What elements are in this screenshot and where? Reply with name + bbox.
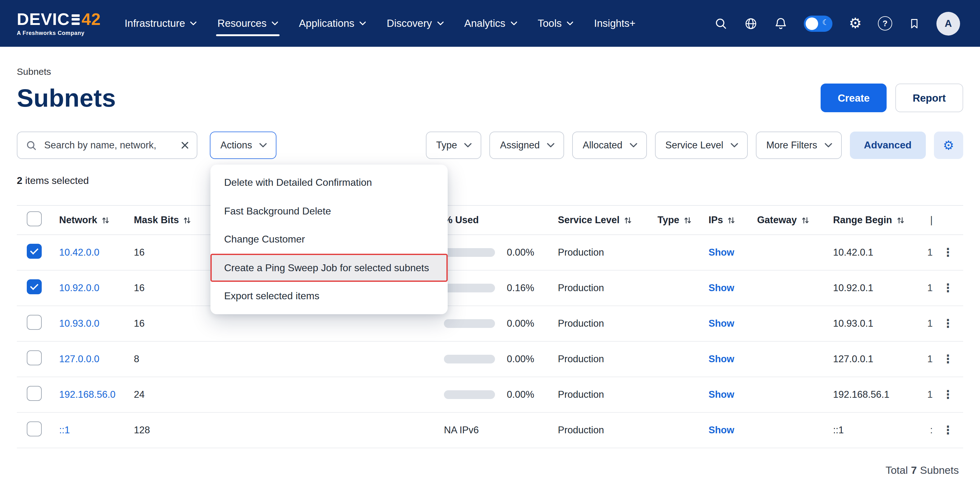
row-checkbox[interactable] [27,422,42,436]
range-begin-value: 127.0.0.1 [822,353,909,365]
assigned-filter-dropdown[interactable]: Assigned [489,131,564,159]
row-menu-kebab[interactable]: ⋮ [937,350,959,367]
usage-bar [444,319,495,328]
column-header-range-begin[interactable]: Range Begin [822,214,909,226]
row-checkbox[interactable] [27,350,42,365]
avatar-initial: A [945,18,952,29]
avatar[interactable]: A [936,11,960,35]
table-row: 127.0.0.0 8 0.00% Production Show 127.0.… [17,342,963,377]
nav-item-infrastructure[interactable]: Infrastructure [124,0,197,47]
page-header: Subnets Create Report [17,83,963,113]
network-link[interactable]: 10.93.0.0 [59,318,99,329]
row-menu-kebab[interactable]: ⋮ [937,279,959,296]
service-level-value: Production [553,389,652,400]
search-box[interactable] [17,131,197,159]
row-checkbox[interactable] [27,386,42,401]
chevron-down-icon [272,21,278,26]
breadcrumb[interactable]: Subnets [17,66,963,77]
row-menu-kebab[interactable]: ⋮ [937,421,959,439]
nav-item-analytics[interactable]: Analytics [464,0,517,47]
network-link[interactable]: ::1 [59,425,70,435]
nav-item-insights[interactable]: Insights+ [594,0,635,47]
chevron-down-icon [629,143,637,148]
used-na-label: NA IPv6 [444,425,479,436]
moon-icon: ☾ [822,18,829,26]
cropped-value: : [909,425,933,436]
select-all-checkbox[interactable] [27,211,42,226]
network-link[interactable]: 192.168.56.0 [59,389,116,399]
help-icon[interactable]: ? [878,16,892,30]
selection-suffix: items selected [22,175,89,186]
table-settings-button[interactable]: ⚙ [934,131,963,159]
theme-toggle[interactable]: ☾ [804,15,833,32]
column-header-type[interactable]: Type [652,214,708,226]
column-header-gateway[interactable]: Gateway [752,214,822,226]
report-button[interactable]: Report [895,83,963,112]
table-row: 192.168.56.0 24 0.00% Production Show 19… [17,377,963,413]
row-checkbox[interactable] [27,315,42,330]
more-filters-dropdown[interactable]: More Filters [756,131,842,159]
menu-item-export-selected[interactable]: Export selected items [210,282,448,310]
logo-text-42: 42 [81,11,101,28]
nav-label: Infrastructure [124,18,185,29]
nav-item-resources[interactable]: Resources [218,0,278,47]
table-row: 10.93.0.0 16 0.00% Production Show 10.93… [17,306,963,342]
service-level-filter-dropdown[interactable]: Service Level [655,131,748,159]
type-filter-dropdown[interactable]: Type [426,131,481,159]
used-percent: 0.00% [507,247,553,258]
ips-show-link[interactable]: Show [708,389,734,399]
network-link[interactable]: 10.42.0.0 [59,247,99,257]
nav-item-tools[interactable]: Tools [538,0,573,47]
row-checkbox[interactable] [27,279,42,294]
service-level-value: Production [553,283,652,294]
row-menu-kebab[interactable]: ⋮ [937,243,959,261]
main-nav: Infrastructure Resources Applications Di… [124,0,635,47]
search-icon[interactable] [714,16,728,30]
ips-show-link[interactable]: Show [708,283,734,293]
chevron-down-icon [547,143,555,148]
menu-item-delete-with-confirmation[interactable]: Delete with Detailed Confirmation [210,168,448,197]
gear-icon: ⚙ [943,139,954,152]
ips-show-link[interactable]: Show [708,353,734,364]
row-menu-kebab[interactable]: ⋮ [937,386,959,403]
bookmark-icon[interactable] [908,16,920,30]
advanced-button[interactable]: Advanced [850,131,926,159]
column-header-ips[interactable]: IPs [708,214,752,226]
sort-icon [896,216,904,224]
ips-show-link[interactable]: Show [708,425,734,435]
menu-item-create-ping-sweep-job[interactable]: Create a Ping Sweep Job for selected sub… [210,254,448,282]
bell-icon[interactable] [774,16,788,30]
column-header-used[interactable]: % Used [444,214,553,226]
usage-bar [444,355,495,363]
network-link[interactable]: 10.92.0.0 [59,283,99,293]
table-row: ::1 128 NA IPv6 Production Show ::1 : ⋮ [17,413,963,448]
allocated-filter-dropdown[interactable]: Allocated [572,131,647,159]
actions-dropdown[interactable]: Actions [210,131,277,159]
page-title: Subnets [17,83,116,113]
allocated-filter-label: Allocated [583,140,623,151]
column-header-cropped: | [909,214,933,226]
gear-icon[interactable]: ⚙ [849,16,862,30]
row-checkbox[interactable] [27,244,42,259]
menu-item-fast-background-delete[interactable]: Fast Background Delete [210,197,448,225]
total-count: 7 [911,465,917,477]
cropped-value: 1 [909,318,933,329]
ips-show-link[interactable]: Show [708,247,734,257]
header-actions: Create Report [821,83,963,112]
ips-show-link[interactable]: Show [708,318,734,329]
column-header-mask-bits[interactable]: Mask Bits [134,214,205,226]
menu-item-change-customer[interactable]: Change Customer [210,225,448,254]
row-menu-kebab[interactable]: ⋮ [937,315,959,332]
nav-item-applications[interactable]: Applications [299,0,366,47]
create-button[interactable]: Create [821,83,887,112]
network-link[interactable]: 127.0.0.0 [59,353,99,364]
mask-bits-value: 16 [134,318,205,329]
device42-logo[interactable]: DEVIC 42 A Freshworks Company [17,11,101,36]
globe-icon[interactable] [745,16,758,30]
column-header-network[interactable]: Network [59,214,134,226]
nav-item-discovery[interactable]: Discovery [387,0,444,47]
column-header-service-level[interactable]: Service Level [553,214,652,226]
clear-search-icon[interactable] [181,141,189,150]
search-input[interactable] [43,139,175,152]
sort-icon [624,216,632,224]
